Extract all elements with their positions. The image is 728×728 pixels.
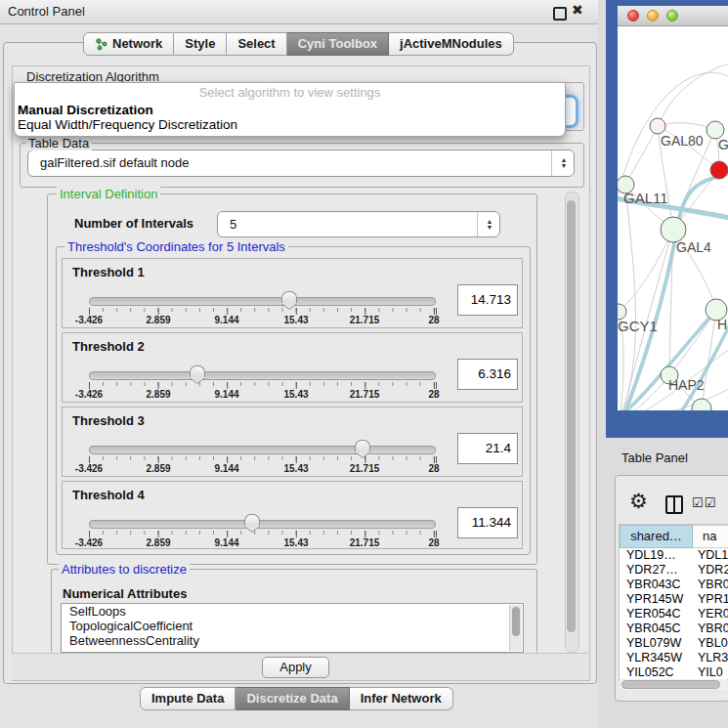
list-scrollbar[interactable] — [509, 605, 522, 651]
threshold-3-value-field[interactable]: 21.4 — [457, 433, 518, 464]
tick-label: 9.144 — [214, 315, 238, 325]
tick-label: -3.426 — [75, 389, 103, 400]
tick-label: -3.426 — [75, 315, 103, 325]
table-row[interactable]: YDR27…YDR2 — [620, 563, 728, 578]
tick-label: 9.144 — [214, 463, 238, 474]
dropdown-option-equal-width[interactable]: Equal Width/Frequency Discretization — [18, 117, 237, 132]
control-panel-tabs: Network Style Select Cyni Toolbox jActiv… — [83, 32, 514, 56]
tick-label: 21.715 — [350, 537, 380, 548]
network-canvas[interactable]: GAL80 GA GAL11 GAL4 GCY1 H HAP2 — [618, 26, 728, 410]
number-of-intervals-label: Number of Intervals — [74, 216, 193, 231]
list-item[interactable]: BetweennessCentrality — [62, 633, 523, 648]
list-scrollbar-thumb[interactable] — [512, 607, 520, 636]
network-icon — [95, 38, 107, 51]
table-row[interactable]: YPR145WYPR1 — [620, 592, 728, 607]
threshold-3-slider-thumb[interactable] — [355, 440, 370, 451]
threshold-2-slider-thumb[interactable] — [190, 365, 205, 377]
slider-ticks — [89, 531, 437, 537]
slider-ticks — [89, 382, 437, 389]
table-hscrollbar-thumb[interactable] — [621, 680, 720, 689]
number-of-intervals-combobox[interactable]: 5 ▲▼ — [217, 211, 500, 237]
label-gcy1: GCY1 — [618, 318, 658, 334]
threshold-1-value-field[interactable]: 14.713 — [457, 284, 518, 316]
network-window-titlebar[interactable] — [618, 6, 728, 26]
close-traffic-light-icon[interactable] — [627, 10, 639, 21]
tick-label: 21.715 — [350, 315, 380, 325]
apply-button[interactable]: Apply — [262, 657, 329, 678]
column-header-name[interactable]: na — [693, 525, 728, 548]
minimize-traffic-light-icon[interactable] — [647, 10, 659, 21]
tick-label: -3.426 — [75, 463, 103, 474]
tab-style[interactable]: Style — [174, 32, 227, 56]
numerical-attributes-list[interactable]: SelfLoops TopologicalCoefficient Between… — [61, 603, 524, 653]
node-table[interactable]: shared… na YDL19…YDL1 YDR27…YDR2 YBR043C… — [619, 524, 728, 680]
slider-ticks — [89, 308, 437, 315]
tick-label: 2.859 — [146, 389, 170, 400]
control-panel-title: Control Panel — [8, 0, 85, 23]
dropdown-option-manual[interactable]: Manual Discretization — [18, 103, 153, 117]
gear-icon[interactable]: ⚙ — [629, 490, 648, 513]
threshold-1-slider-thumb[interactable] — [281, 291, 297, 303]
main-scrollbar[interactable] — [565, 192, 579, 653]
label-hap2: HAP2 — [668, 377, 705, 393]
tab-select[interactable]: Select — [227, 32, 286, 56]
label-gal80: GAL80 — [661, 133, 704, 149]
numerical-attributes-heading: Numerical Attributes — [63, 586, 187, 601]
list-item[interactable]: SelfLoops — [62, 604, 523, 619]
threshold-2-panel: Threshold 2 -3.426 2.859 9.144 15.43 21.… — [62, 332, 523, 403]
tick-label: 21.715 — [350, 463, 380, 474]
threshold-4-panel: Threshold 4 -3.426 2.859 9.144 15.43 21.… — [62, 481, 523, 549]
threshold-2-value-field[interactable]: 6.316 — [457, 359, 518, 390]
table-data-combobox[interactable]: galFiltered.sif default node ▲▼ — [27, 150, 575, 177]
threshold-1-slider-track[interactable] — [89, 297, 436, 306]
threshold-2-slider-track[interactable] — [89, 371, 436, 380]
table-row[interactable]: YLR345WYLR3 — [620, 651, 728, 665]
table-hscrollbar[interactable] — [620, 679, 727, 690]
float-window-icon[interactable] — [553, 7, 567, 21]
thresholds-group-label: Threshold's Coordinates for 5 Intervals — [64, 239, 288, 254]
label-gal4: GAL4 — [676, 239, 711, 255]
algorithm-dropdown-popup: Select algorithm to view settings Manual… — [14, 82, 566, 137]
tab-impute-data[interactable]: Impute Data — [140, 687, 236, 710]
label-gal-cut: GA — [718, 137, 728, 152]
select-checkboxes-icon[interactable]: ☑☑ — [692, 495, 716, 510]
tab-infer-network[interactable]: Infer Network — [350, 687, 453, 710]
table-panel-title: Table Panel — [621, 450, 688, 465]
threshold-3-slider-track[interactable] — [89, 446, 436, 454]
columns-icon[interactable] — [665, 495, 683, 514]
threshold-4-slider-track[interactable] — [89, 520, 436, 529]
close-icon[interactable]: ✖ — [572, 2, 583, 18]
threshold-1-label: Threshold 1 — [72, 265, 145, 279]
table-row[interactable]: YBR045CYBR0 — [620, 621, 728, 636]
cyni-bottom-tabs: Impute Data Discretize Data Infer Networ… — [140, 687, 453, 710]
tick-label: 9.144 — [214, 389, 238, 400]
threshold-2-label: Threshold 2 — [72, 339, 145, 354]
zoom-traffic-light-icon[interactable] — [666, 10, 678, 21]
dropdown-placeholder-item[interactable]: Select algorithm to view settings — [15, 85, 565, 100]
network-nodes[interactable] — [618, 118, 728, 410]
main-scrollbar-thumb[interactable] — [567, 200, 576, 632]
tab-jactivemnodules[interactable]: jActiveMNodules — [389, 32, 514, 56]
table-row[interactable]: YBR043CYBR0 — [620, 578, 728, 592]
combo-stepper-icon[interactable]: ▲▼ — [477, 212, 495, 236]
threshold-4-slider-thumb[interactable] — [244, 514, 260, 526]
tick-label: 15.43 — [283, 463, 308, 474]
number-of-intervals-value: 5 — [230, 212, 236, 236]
table-row[interactable]: YIL052CYIL0 — [620, 665, 728, 680]
threshold-3-panel: Threshold 3 -3.426 2.859 9.144 15.43 21.… — [62, 407, 523, 477]
tab-cyni-toolbox[interactable]: Cyni Toolbox — [287, 32, 389, 56]
tick-label: 15.43 — [283, 315, 308, 325]
table-row[interactable]: YER054CYER0 — [620, 607, 728, 621]
threshold-4-value-field[interactable]: 11.344 — [457, 507, 518, 538]
table-row[interactable]: YDL19…YDL1 — [620, 548, 728, 563]
tick-label: 28 — [428, 389, 439, 400]
node-red-highlighted — [710, 161, 728, 179]
tab-discretize-data[interactable]: Discretize Data — [236, 687, 349, 710]
tab-network[interactable]: Network — [83, 32, 174, 56]
list-item[interactable]: TopologicalCoefficient — [62, 619, 523, 633]
table-row[interactable]: YBL079WYBL0 — [620, 636, 728, 651]
label-h-cut: H — [717, 317, 727, 332]
column-header-shared[interactable]: shared… — [620, 525, 693, 548]
combo-stepper-icon[interactable]: ▲▼ — [551, 150, 570, 176]
attributes-group-label: Attributes to discretize — [59, 562, 190, 577]
